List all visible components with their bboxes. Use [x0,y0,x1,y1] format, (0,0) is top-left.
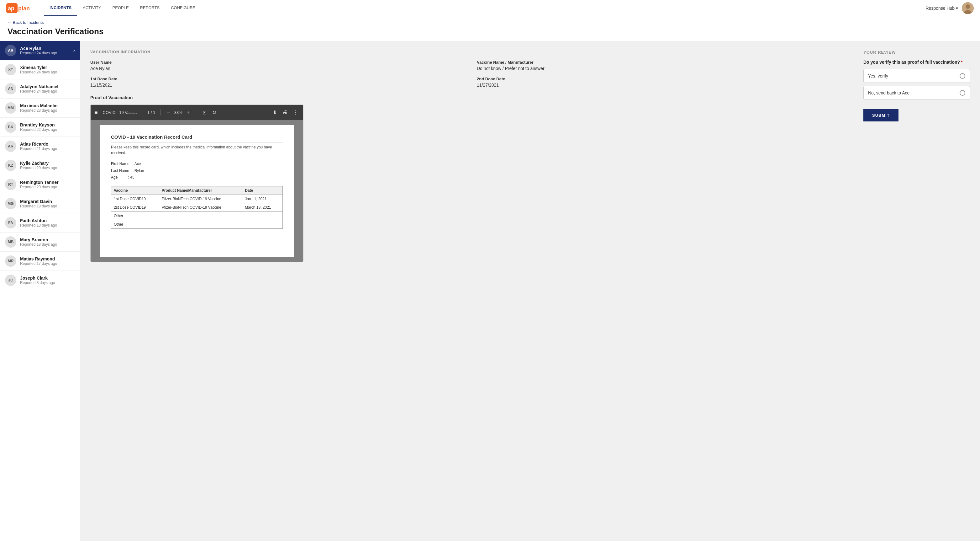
nav-incidents[interactable]: INCIDENTS [44,0,77,16]
sidebar-info-matias-raymond: Matias Raymond Reported 17 days ago [20,256,75,266]
pdf-table-row: 1st Dose COVID19Pfizer-BioNTech COVID-19… [111,195,283,203]
chevron-right-icon: › [73,48,75,53]
appian-logo[interactable]: ap pian [6,3,35,13]
pdf-table-cell: 2st Dose COVID19 [111,203,159,212]
radio-label-no: No, send back to Ace [868,90,910,96]
radio-option-yes[interactable]: Yes, verify [863,69,970,83]
sidebar-sub-faith-ashton: Reported 18 days ago [20,223,75,228]
sidebar-info-atlas-ricardo: Atlas Ricardo Reported 21 days ago [20,142,75,151]
sidebar-item-matias-raymond[interactable]: MR Matias Raymond Reported 17 days ago [0,252,80,271]
pdf-table-row: Other [111,212,283,220]
pdf-table-header: Vaccine [111,186,159,195]
pdf-table-cell: Jan 11, 2021 [242,195,283,203]
nav-reports[interactable]: REPORTS [135,0,165,16]
sidebar-item-joseph-clark[interactable]: JC Joseph Clark Reported 8 days ago [0,271,80,290]
sidebar-item-ace-rylan[interactable]: AR Ace Rylan Reported 24 days ago › [0,41,80,60]
nav-people[interactable]: PEOPLE [107,0,135,16]
pdf-table-cell [242,220,283,228]
dose1-field: 1st Dose Date 11/15/2021 [90,77,464,88]
sidebar-avatar-faith-ashton: FA [5,217,16,228]
pdf-print-button[interactable]: 🖨 [281,108,289,116]
sidebar-avatar-ximena-tyler: XT [5,64,16,75]
pdf-zoom-out-button[interactable]: − [165,108,171,116]
pdf-doc-desc: Please keep this record card, which incl… [111,144,283,156]
pdf-table-cell: March 18, 2021 [242,203,283,212]
sidebar-name-maximus-malcolm: Maximus Malcolm [20,103,75,108]
sidebar-info-ximena-tyler: Ximena Tyler Reported 24 days ago [20,65,75,74]
back-link[interactable]: ← Back to Incidents [8,20,972,25]
info-grid: User Name Ace Rylan Vaccine Name / Manuf… [90,60,851,88]
pdf-rotate-button[interactable]: ↻ [211,108,218,117]
sidebar-item-kylie-zachary[interactable]: KZ Kylie Zachary Reported 20 days ago [0,156,80,175]
sidebar-sub-margaret-gavin: Reported 19 days ago [20,204,75,208]
sidebar-sub-adalynn-nathaniel: Reported 24 days ago [20,89,75,94]
vaccine-name-field: Vaccine Name / Manufacturer Do not know … [477,60,851,71]
pdf-more-button[interactable]: ⋮ [292,108,299,117]
sidebar-item-ximena-tyler[interactable]: XT Ximena Tyler Reported 24 days ago [0,60,80,80]
sidebar-item-brantley-kayson[interactable]: BK Brantley Kayson Reported 22 days ago [0,118,80,137]
sidebar-avatar-adalynn-nathaniel: AN [5,83,16,94]
sidebar-item-faith-ashton[interactable]: FA Faith Ashton Reported 18 days ago [0,213,80,233]
sidebar-item-mary-braxton[interactable]: MB Mary Braxton Reported 18 days ago [0,233,80,252]
sidebar-avatar-atlas-ricardo: AR [5,140,16,152]
sidebar-item-adalynn-nathaniel[interactable]: AN Adalynn Nathaniel Reported 24 days ag… [0,80,80,99]
sidebar-info-ace-rylan: Ace Rylan Reported 24 days ago [20,46,70,55]
radio-option-no[interactable]: No, send back to Ace [863,86,970,100]
pdf-zoom-in-button[interactable]: + [186,108,191,116]
sidebar-sub-kylie-zachary: Reported 20 days ago [20,166,75,170]
main-layout: AR Ace Rylan Reported 24 days ago › XT X… [0,41,980,541]
sidebar-avatar-mary-braxton: MB [5,236,16,247]
pdf-toolbar: ≡ COVID - 19 Vacc... 1 / 1 − 83% + ⊡ ↻ [91,105,303,120]
sidebar-name-margaret-gavin: Margaret Gavin [20,199,75,204]
submit-button[interactable]: SUBMIT [863,109,899,121]
sidebar-item-margaret-gavin[interactable]: MG Margaret Gavin Reported 19 days ago [0,194,80,213]
pdf-table-cell [159,220,242,228]
sidebar-sub-ximena-tyler: Reported 24 days ago [20,70,75,74]
nav-configure[interactable]: CONFIGURE [165,0,201,16]
sidebar-sub-joseph-clark: Reported 8 days ago [20,281,75,285]
pdf-table-cell: Other [111,220,159,228]
sidebar-avatar-margaret-gavin: MG [5,198,16,209]
sidebar-info-maximus-malcolm: Maximus Malcolm Reported 23 days ago [20,103,75,113]
pdf-page: COVID - 19 Vaccination Record Card Pleas… [100,125,294,257]
sidebar: AR Ace Rylan Reported 24 days ago › XT X… [0,41,80,541]
pdf-table-cell [242,212,283,220]
radio-circle-no [959,90,965,96]
sidebar-name-brantley-kayson: Brantley Kayson [20,122,75,128]
review-title: YOUR REVIEW [863,50,970,54]
sidebar-info-adalynn-nathaniel: Adalynn Nathaniel Reported 24 days ago [20,84,75,94]
pdf-table-row: Other [111,220,283,228]
pdf-divider3 [196,109,196,115]
svg-text:ap: ap [8,5,14,11]
sidebar-name-atlas-ricardo: Atlas Ricardo [20,142,75,147]
sidebar-name-remington-tanner: Remington Tanner [20,180,75,185]
pdf-person-info: First Name : Ace Last Name : Rylan Age :… [111,161,283,181]
svg-text:pian: pian [18,5,30,11]
response-hub-button[interactable]: Response Hub ▾ [926,6,958,11]
sidebar-name-mary-braxton: Mary Braxton [20,237,75,242]
pdf-download-button[interactable]: ⬇ [272,108,278,117]
sidebar-sub-maximus-malcolm: Reported 23 days ago [20,108,75,113]
nav-activity[interactable]: ACTIVITY [77,0,107,16]
sidebar-avatar-remington-tanner: RT [5,179,16,190]
sidebar-avatar-joseph-clark: JC [5,274,16,286]
sidebar-item-remington-tanner[interactable]: RT Remington Tanner Reported 20 days ago [0,175,80,194]
pdf-table-row: 2st Dose COVID19Pfizer-BioNTech COVID-19… [111,203,283,212]
pdf-menu-icon[interactable]: ≡ [94,109,98,116]
pdf-table-header: Date [242,186,283,195]
vaccination-section: VACCINATION INFORMATION User Name Ace Ry… [90,50,851,535]
dose2-field: 2nd Dose Date 11/27/2021 [477,77,851,88]
sidebar-avatar-maximus-malcolm: MM [5,102,16,113]
sidebar-sub-matias-raymond: Reported 17 days ago [20,262,75,266]
pdf-table-cell: Other [111,212,159,220]
sidebar-name-adalynn-nathaniel: Adalynn Nathaniel [20,84,75,89]
pdf-fit-button[interactable]: ⊡ [201,108,208,117]
sidebar-name-joseph-clark: Joseph Clark [20,276,75,281]
user-avatar[interactable] [962,2,974,14]
sidebar-item-maximus-malcolm[interactable]: MM Maximus Malcolm Reported 23 days ago [0,99,80,118]
sidebar-item-atlas-ricardo[interactable]: AR Atlas Ricardo Reported 21 days ago [0,137,80,156]
pdf-table-cell [159,212,242,220]
sidebar-name-ximena-tyler: Ximena Tyler [20,65,75,70]
sidebar-avatar-matias-raymond: MR [5,255,16,267]
sidebar-name-matias-raymond: Matias Raymond [20,256,75,262]
